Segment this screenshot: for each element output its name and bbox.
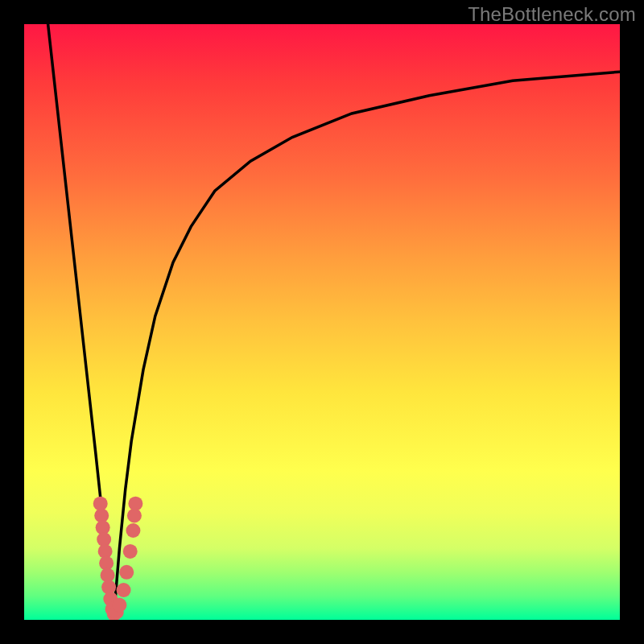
curve-right-branch [114,72,620,620]
data-dot [112,598,126,613]
data-dot [126,523,140,538]
data-dot [128,497,142,511]
watermark-text: TheBottleneck.com [468,3,636,26]
chart-svg [24,24,620,620]
data-dot [119,565,134,580]
data-dot [123,544,138,559]
chart-frame: TheBottleneck.com [0,0,644,644]
data-dot [117,583,131,597]
plot-area [24,24,620,620]
